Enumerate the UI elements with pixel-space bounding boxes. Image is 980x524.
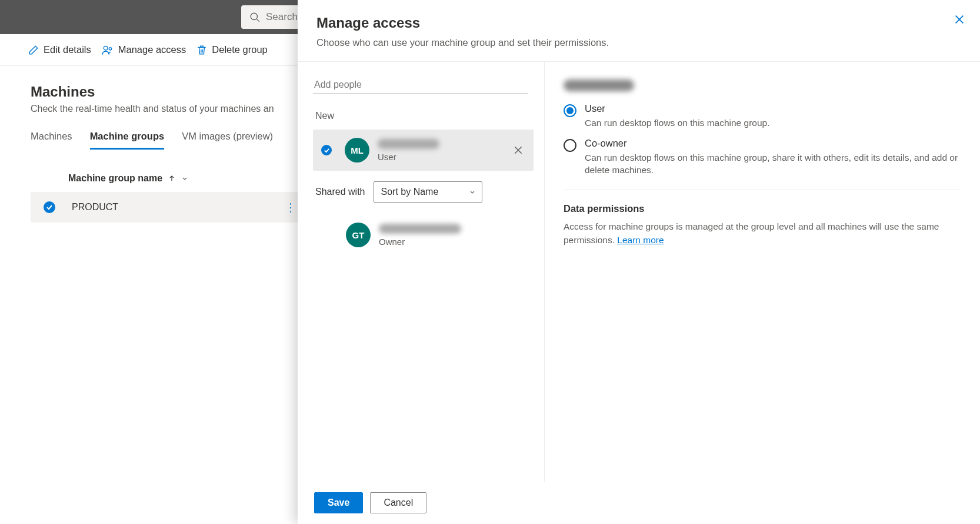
selected-person-name-redacted xyxy=(564,79,634,91)
svg-point-0 xyxy=(251,13,257,19)
divider xyxy=(564,190,961,190)
person-role: User xyxy=(378,152,505,162)
avatar: ML xyxy=(345,138,369,162)
edit-details-button[interactable]: Edit details xyxy=(28,44,91,55)
column-machine-group-name[interactable]: Machine group name xyxy=(68,173,162,184)
avatar: GT xyxy=(346,223,371,247)
shared-with-label: Shared with xyxy=(315,187,365,197)
remove-person-icon[interactable] xyxy=(514,145,523,155)
tab-machine-groups[interactable]: Machine groups xyxy=(90,131,165,150)
people-icon xyxy=(102,45,114,55)
chevron-down-icon[interactable] xyxy=(181,175,188,182)
tab-machines[interactable]: Machines xyxy=(31,131,72,150)
delete-group-label: Delete group xyxy=(212,44,267,55)
permission-user-desc: Can run desktop flows on this machine gr… xyxy=(585,117,769,130)
sort-asc-icon xyxy=(168,175,175,182)
cancel-button[interactable]: Cancel xyxy=(370,492,426,513)
add-people-input[interactable] xyxy=(313,76,528,94)
panel-title: Manage access xyxy=(316,15,961,31)
edit-icon xyxy=(28,45,39,55)
panel-body: New ML User Shared with Sort by Name xyxy=(298,61,980,482)
person-selected-check-icon xyxy=(321,145,332,155)
close-icon[interactable] xyxy=(954,14,965,25)
panel-header: Manage access Choose who can use your ma… xyxy=(298,0,980,61)
data-permissions-title: Data permissions xyxy=(564,203,961,214)
person-name-redacted xyxy=(379,224,461,234)
search-icon xyxy=(249,12,260,22)
table-row[interactable]: PRODUCT ⋯ xyxy=(31,192,307,223)
svg-point-2 xyxy=(104,46,108,50)
tab-vm-images[interactable]: VM images (preview) xyxy=(182,131,273,150)
radio-checked-icon xyxy=(564,104,576,117)
panel-right-column: User Can run desktop flows on this machi… xyxy=(545,62,980,482)
delete-icon xyxy=(196,45,207,55)
new-section-label: New xyxy=(313,111,534,121)
sort-by-value: Sort by Name xyxy=(381,187,439,197)
data-permissions-text: Access for machine groups is managed at … xyxy=(564,220,961,247)
save-button[interactable]: Save xyxy=(314,492,363,513)
svg-line-1 xyxy=(256,19,259,22)
permission-coowner-desc: Can run desktop flows on this machine gr… xyxy=(585,151,961,177)
panel-left-column: New ML User Shared with Sort by Name xyxy=(298,62,545,482)
manage-access-button[interactable]: Manage access xyxy=(102,44,186,55)
radio-unchecked-icon xyxy=(564,139,576,152)
person-text: User xyxy=(378,139,505,162)
permission-coowner-label: Co-owner xyxy=(585,138,961,149)
chevron-down-icon xyxy=(469,188,476,195)
new-person-row[interactable]: ML User xyxy=(313,130,534,171)
sort-by-select[interactable]: Sort by Name xyxy=(374,181,482,203)
edit-details-label: Edit details xyxy=(44,44,91,55)
row-more-icon[interactable]: ⋯ xyxy=(284,202,298,213)
row-name: PRODUCT xyxy=(72,202,286,213)
person-name-redacted xyxy=(378,139,439,149)
person-role: Owner xyxy=(379,237,523,247)
panel-footer: Save Cancel xyxy=(298,482,980,524)
permission-user-radio[interactable]: User Can run desktop flows on this machi… xyxy=(564,103,961,130)
svg-point-3 xyxy=(109,47,111,49)
learn-more-link[interactable]: Learn more xyxy=(617,235,664,245)
row-selected-check-icon[interactable] xyxy=(44,201,55,213)
manage-access-label: Manage access xyxy=(118,44,186,55)
permission-coowner-radio[interactable]: Co-owner Can run desktop flows on this m… xyxy=(564,138,961,177)
shared-person-row[interactable]: GT Owner xyxy=(313,214,534,256)
delete-group-button[interactable]: Delete group xyxy=(196,44,267,55)
person-text: Owner xyxy=(379,224,523,247)
shared-with-row: Shared with Sort by Name xyxy=(313,181,534,203)
permission-user-label: User xyxy=(585,103,769,114)
panel-subtitle: Choose who can use your machine group an… xyxy=(316,37,961,48)
manage-access-panel: Manage access Choose who can use your ma… xyxy=(298,0,980,524)
